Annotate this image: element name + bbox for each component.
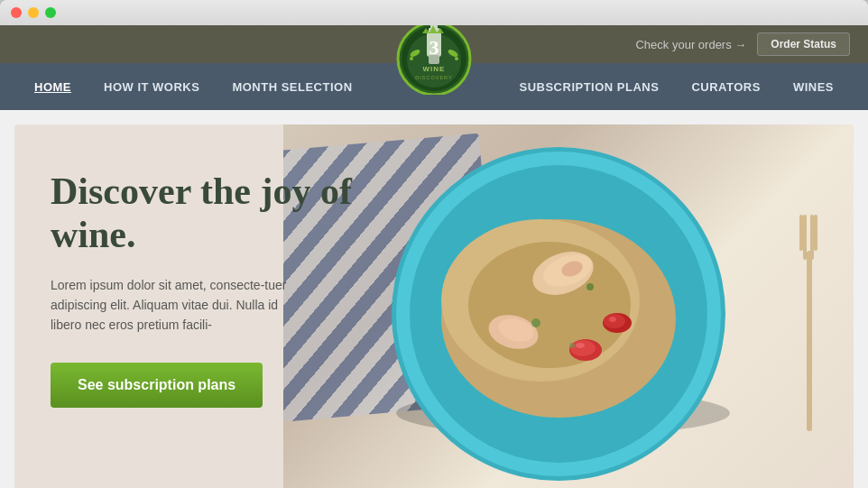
nav-right: SUBSCRIPTION PLANS CURATORS WINES	[503, 63, 869, 110]
order-status-button[interactable]: Order Status	[757, 32, 850, 56]
svg-rect-41	[814, 215, 817, 251]
svg-point-29	[570, 340, 596, 356]
close-dot[interactable]	[11, 7, 22, 18]
svg-point-30	[576, 343, 585, 348]
logo-svg: 3 WINE DISCOVERY	[393, 25, 475, 95]
nav-bar: HOME HOW IT WORKS MONTH SELECTION	[0, 63, 868, 110]
hero-section: Discover the joy of wine. Lorem ipsum do…	[14, 124, 854, 488]
maximize-dot[interactable]	[45, 7, 56, 18]
nav-left: HOME HOW IT WORKS MONTH SELECTION	[0, 63, 369, 110]
svg-point-13	[455, 57, 458, 60]
svg-point-36	[569, 343, 575, 348]
nav-item-month-selection[interactable]: MONTH SELECTION	[216, 63, 368, 110]
cta-button[interactable]: See subscription plans	[51, 363, 263, 408]
logo-container[interactable]: 3 WINE DISCOVERY	[393, 25, 475, 98]
hero-image-area	[283, 124, 854, 488]
svg-point-34	[531, 318, 540, 327]
nav-item-curators[interactable]: CURATORS	[675, 63, 776, 110]
top-bar-right: Check your orders → Order Status	[635, 32, 850, 56]
svg-rect-37	[807, 251, 812, 431]
hero-description: Lorem ipsum dolor sit amet, consecte-tue…	[51, 275, 303, 336]
check-orders-text[interactable]: Check your orders →	[635, 38, 746, 51]
fork-svg	[790, 197, 826, 449]
svg-rect-38	[803, 215, 807, 260]
svg-point-12	[410, 57, 413, 60]
minimize-dot[interactable]	[28, 7, 39, 18]
svg-rect-40	[799, 215, 803, 251]
food-plate-svg	[356, 124, 762, 488]
browser-titlebar	[0, 0, 868, 25]
svg-point-35	[586, 283, 594, 290]
nav-item-wines[interactable]: WINES	[777, 63, 850, 110]
nav-item-how-it-works[interactable]: HOW IT WORKS	[88, 63, 216, 110]
hero-content: Discover the joy of wine. Lorem ipsum do…	[51, 170, 357, 408]
nav-item-home[interactable]: HOME	[18, 63, 88, 110]
svg-rect-39	[810, 215, 814, 260]
site-wrapper: Check your orders → Order Status HOME HO…	[0, 25, 868, 488]
svg-text:DISCOVERY: DISCOVERY	[415, 75, 452, 80]
svg-text:3: 3	[429, 36, 439, 59]
nav-item-subscription-plans[interactable]: SUBSCRIPTION PLANS	[503, 63, 676, 110]
svg-point-33	[609, 317, 616, 322]
hero-title: Discover the joy of wine.	[51, 170, 357, 257]
svg-text:WINE: WINE	[423, 65, 446, 73]
